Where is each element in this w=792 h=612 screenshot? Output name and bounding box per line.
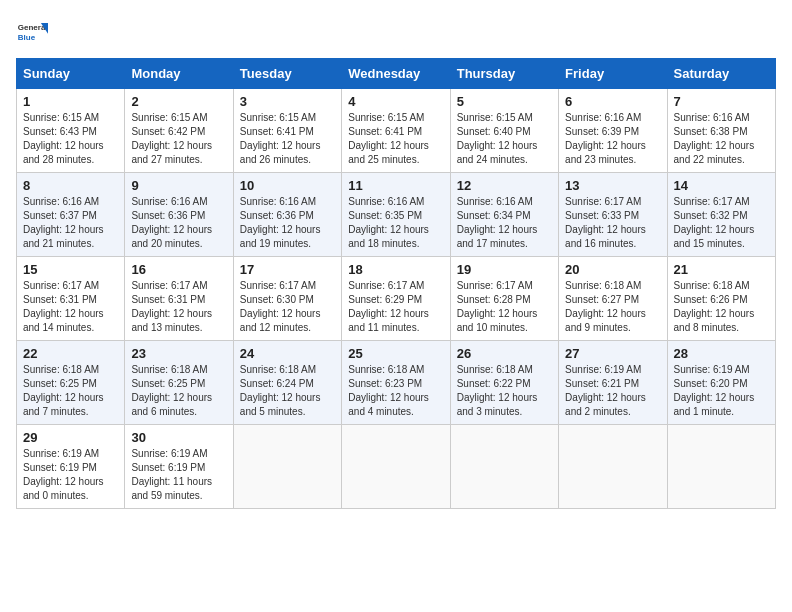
calendar-cell: 25Sunrise: 6:18 AM Sunset: 6:23 PM Dayli… (342, 341, 450, 425)
day-number: 19 (457, 262, 552, 277)
day-info: Sunrise: 6:17 AM Sunset: 6:29 PM Dayligh… (348, 279, 443, 335)
svg-text:Blue: Blue (18, 33, 36, 42)
calendar-week-row: 1Sunrise: 6:15 AM Sunset: 6:43 PM Daylig… (17, 89, 776, 173)
day-info: Sunrise: 6:16 AM Sunset: 6:39 PM Dayligh… (565, 111, 660, 167)
day-info: Sunrise: 6:16 AM Sunset: 6:37 PM Dayligh… (23, 195, 118, 251)
calendar-cell: 15Sunrise: 6:17 AM Sunset: 6:31 PM Dayli… (17, 257, 125, 341)
calendar-cell: 17Sunrise: 6:17 AM Sunset: 6:30 PM Dayli… (233, 257, 341, 341)
day-number: 22 (23, 346, 118, 361)
calendar-cell: 21Sunrise: 6:18 AM Sunset: 6:26 PM Dayli… (667, 257, 775, 341)
day-info: Sunrise: 6:18 AM Sunset: 6:25 PM Dayligh… (23, 363, 118, 419)
calendar-cell: 29Sunrise: 6:19 AM Sunset: 6:19 PM Dayli… (17, 425, 125, 509)
day-number: 12 (457, 178, 552, 193)
calendar-table: SundayMondayTuesdayWednesdayThursdayFrid… (16, 58, 776, 509)
column-header-wednesday: Wednesday (342, 59, 450, 89)
day-number: 10 (240, 178, 335, 193)
calendar-cell: 18Sunrise: 6:17 AM Sunset: 6:29 PM Dayli… (342, 257, 450, 341)
day-info: Sunrise: 6:16 AM Sunset: 6:35 PM Dayligh… (348, 195, 443, 251)
day-number: 28 (674, 346, 769, 361)
calendar-cell (342, 425, 450, 509)
logo-icon: General Blue (16, 16, 48, 48)
calendar-cell: 26Sunrise: 6:18 AM Sunset: 6:22 PM Dayli… (450, 341, 558, 425)
calendar-cell: 4Sunrise: 6:15 AM Sunset: 6:41 PM Daylig… (342, 89, 450, 173)
day-number: 6 (565, 94, 660, 109)
column-header-thursday: Thursday (450, 59, 558, 89)
calendar-cell: 8Sunrise: 6:16 AM Sunset: 6:37 PM Daylig… (17, 173, 125, 257)
calendar-cell (450, 425, 558, 509)
calendar-cell: 6Sunrise: 6:16 AM Sunset: 6:39 PM Daylig… (559, 89, 667, 173)
calendar-cell: 28Sunrise: 6:19 AM Sunset: 6:20 PM Dayli… (667, 341, 775, 425)
day-info: Sunrise: 6:17 AM Sunset: 6:31 PM Dayligh… (131, 279, 226, 335)
calendar-cell: 19Sunrise: 6:17 AM Sunset: 6:28 PM Dayli… (450, 257, 558, 341)
calendar-cell: 30Sunrise: 6:19 AM Sunset: 6:19 PM Dayli… (125, 425, 233, 509)
calendar-cell: 23Sunrise: 6:18 AM Sunset: 6:25 PM Dayli… (125, 341, 233, 425)
day-info: Sunrise: 6:16 AM Sunset: 6:36 PM Dayligh… (131, 195, 226, 251)
calendar-cell: 3Sunrise: 6:15 AM Sunset: 6:41 PM Daylig… (233, 89, 341, 173)
day-number: 1 (23, 94, 118, 109)
day-info: Sunrise: 6:15 AM Sunset: 6:41 PM Dayligh… (348, 111, 443, 167)
day-info: Sunrise: 6:15 AM Sunset: 6:42 PM Dayligh… (131, 111, 226, 167)
day-info: Sunrise: 6:18 AM Sunset: 6:26 PM Dayligh… (674, 279, 769, 335)
calendar-week-row: 29Sunrise: 6:19 AM Sunset: 6:19 PM Dayli… (17, 425, 776, 509)
day-info: Sunrise: 6:17 AM Sunset: 6:31 PM Dayligh… (23, 279, 118, 335)
calendar-week-row: 8Sunrise: 6:16 AM Sunset: 6:37 PM Daylig… (17, 173, 776, 257)
day-number: 21 (674, 262, 769, 277)
day-info: Sunrise: 6:17 AM Sunset: 6:30 PM Dayligh… (240, 279, 335, 335)
day-number: 7 (674, 94, 769, 109)
day-number: 11 (348, 178, 443, 193)
day-number: 17 (240, 262, 335, 277)
day-number: 25 (348, 346, 443, 361)
day-number: 26 (457, 346, 552, 361)
page-header: General Blue (16, 16, 776, 48)
calendar-cell: 2Sunrise: 6:15 AM Sunset: 6:42 PM Daylig… (125, 89, 233, 173)
day-number: 15 (23, 262, 118, 277)
day-number: 29 (23, 430, 118, 445)
calendar-cell (233, 425, 341, 509)
day-info: Sunrise: 6:16 AM Sunset: 6:34 PM Dayligh… (457, 195, 552, 251)
day-number: 24 (240, 346, 335, 361)
day-info: Sunrise: 6:17 AM Sunset: 6:32 PM Dayligh… (674, 195, 769, 251)
calendar-cell (559, 425, 667, 509)
day-number: 20 (565, 262, 660, 277)
day-info: Sunrise: 6:18 AM Sunset: 6:24 PM Dayligh… (240, 363, 335, 419)
day-info: Sunrise: 6:16 AM Sunset: 6:38 PM Dayligh… (674, 111, 769, 167)
calendar-cell: 20Sunrise: 6:18 AM Sunset: 6:27 PM Dayli… (559, 257, 667, 341)
calendar-cell: 11Sunrise: 6:16 AM Sunset: 6:35 PM Dayli… (342, 173, 450, 257)
day-number: 23 (131, 346, 226, 361)
day-info: Sunrise: 6:17 AM Sunset: 6:28 PM Dayligh… (457, 279, 552, 335)
logo: General Blue (16, 16, 52, 48)
column-header-saturday: Saturday (667, 59, 775, 89)
calendar-cell: 14Sunrise: 6:17 AM Sunset: 6:32 PM Dayli… (667, 173, 775, 257)
calendar-cell: 1Sunrise: 6:15 AM Sunset: 6:43 PM Daylig… (17, 89, 125, 173)
day-info: Sunrise: 6:19 AM Sunset: 6:19 PM Dayligh… (131, 447, 226, 503)
day-info: Sunrise: 6:15 AM Sunset: 6:41 PM Dayligh… (240, 111, 335, 167)
day-number: 5 (457, 94, 552, 109)
day-info: Sunrise: 6:19 AM Sunset: 6:20 PM Dayligh… (674, 363, 769, 419)
day-number: 18 (348, 262, 443, 277)
day-number: 13 (565, 178, 660, 193)
day-number: 27 (565, 346, 660, 361)
calendar-cell: 9Sunrise: 6:16 AM Sunset: 6:36 PM Daylig… (125, 173, 233, 257)
calendar-cell: 7Sunrise: 6:16 AM Sunset: 6:38 PM Daylig… (667, 89, 775, 173)
calendar-cell: 27Sunrise: 6:19 AM Sunset: 6:21 PM Dayli… (559, 341, 667, 425)
day-info: Sunrise: 6:16 AM Sunset: 6:36 PM Dayligh… (240, 195, 335, 251)
calendar-cell: 24Sunrise: 6:18 AM Sunset: 6:24 PM Dayli… (233, 341, 341, 425)
day-number: 3 (240, 94, 335, 109)
day-info: Sunrise: 6:15 AM Sunset: 6:43 PM Dayligh… (23, 111, 118, 167)
calendar-week-row: 22Sunrise: 6:18 AM Sunset: 6:25 PM Dayli… (17, 341, 776, 425)
day-info: Sunrise: 6:18 AM Sunset: 6:27 PM Dayligh… (565, 279, 660, 335)
column-header-monday: Monday (125, 59, 233, 89)
calendar-cell: 13Sunrise: 6:17 AM Sunset: 6:33 PM Dayli… (559, 173, 667, 257)
column-header-friday: Friday (559, 59, 667, 89)
calendar-cell: 10Sunrise: 6:16 AM Sunset: 6:36 PM Dayli… (233, 173, 341, 257)
day-number: 14 (674, 178, 769, 193)
day-number: 2 (131, 94, 226, 109)
day-info: Sunrise: 6:17 AM Sunset: 6:33 PM Dayligh… (565, 195, 660, 251)
day-info: Sunrise: 6:15 AM Sunset: 6:40 PM Dayligh… (457, 111, 552, 167)
day-number: 4 (348, 94, 443, 109)
day-info: Sunrise: 6:18 AM Sunset: 6:22 PM Dayligh… (457, 363, 552, 419)
calendar-cell (667, 425, 775, 509)
day-info: Sunrise: 6:18 AM Sunset: 6:25 PM Dayligh… (131, 363, 226, 419)
calendar-cell: 22Sunrise: 6:18 AM Sunset: 6:25 PM Dayli… (17, 341, 125, 425)
day-number: 9 (131, 178, 226, 193)
